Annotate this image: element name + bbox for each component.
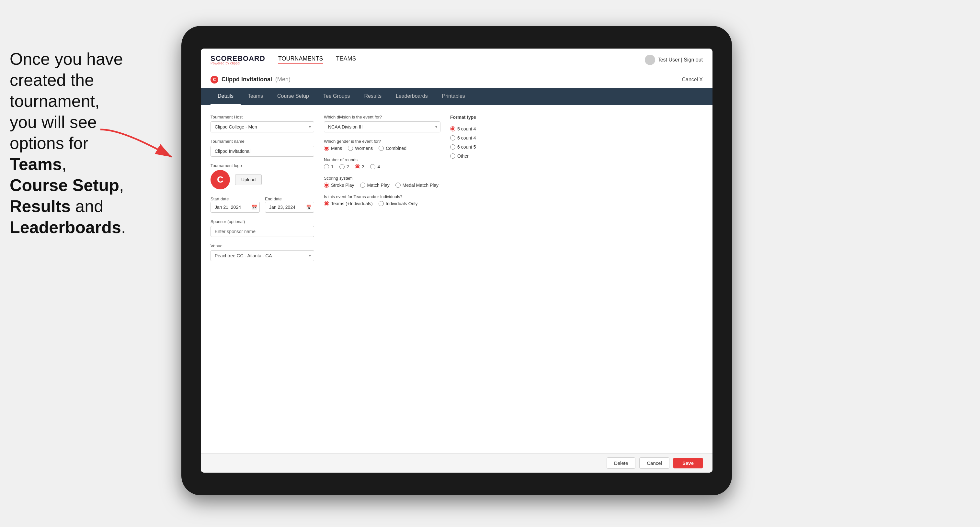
venue-wrapper: Peachtree GC - Atlanta - GA: [210, 250, 314, 261]
scoring-stroke[interactable]: Stroke Play: [324, 183, 354, 188]
end-date-label: End date: [265, 197, 282, 202]
rounds-label: Number of rounds: [324, 157, 441, 162]
gender-label: Which gender is the event for?: [324, 139, 441, 144]
form-columns: Tournament Host Clippd College - Men Tou…: [210, 114, 703, 447]
rounds-4[interactable]: 4: [370, 164, 380, 169]
venue-label: Venue: [210, 243, 314, 248]
scoring-medal-match[interactable]: Medal Match Play: [395, 183, 439, 188]
tablet-device: SCOREBOARD Powered by clippd TOURNAMENTS…: [181, 26, 732, 495]
tournament-logo-label: Tournament logo: [210, 163, 314, 168]
tournament-name-input[interactable]: [210, 146, 314, 157]
tournament-host-field: Tournament Host Clippd College - Men: [210, 114, 314, 132]
sponsor-label: Sponsor (optional): [210, 219, 314, 224]
gender-field: Which gender is the event for? Mens Wome…: [324, 139, 441, 151]
form-col-middle: Which division is the event for? NCAA Di…: [324, 114, 441, 447]
tablet-screen: SCOREBOARD Powered by clippd TOURNAMENTS…: [201, 49, 713, 473]
tab-results[interactable]: Results: [357, 88, 389, 105]
tournament-host-wrapper: Clippd College - Men: [210, 121, 314, 132]
scoring-field: Scoring system Stroke Play Match Play: [324, 176, 441, 188]
format-type-label: Format type: [450, 114, 541, 120]
delete-button[interactable]: Delete: [606, 457, 635, 469]
sponsor-input[interactable]: [210, 226, 314, 237]
gender-radio-group: Mens Womens Combined: [324, 146, 441, 151]
format-6count5[interactable]: 6 count 5: [450, 144, 541, 149]
arrow-indicator: [97, 126, 181, 165]
rounds-field: Number of rounds 1 2: [324, 157, 441, 169]
logo-area: SCOREBOARD Powered by clippd: [210, 54, 265, 65]
tournament-name-field: Tournament name: [210, 139, 314, 157]
tab-leaderboards[interactable]: Leaderboards: [389, 88, 435, 105]
scoring-label: Scoring system: [324, 176, 441, 181]
division-label: Which division is the event for?: [324, 114, 441, 119]
top-nav-links: TOURNAMENTS TEAMS: [278, 56, 356, 64]
teams-individuals-field: Is this event for Teams and/or Individua…: [324, 194, 441, 206]
logo-upload-area: C Upload: [210, 170, 314, 189]
division-wrapper: NCAA Division III: [324, 121, 441, 132]
tournament-host-label: Tournament Host: [210, 114, 314, 119]
user-area: Test User | Sign out: [645, 55, 703, 65]
top-nav: SCOREBOARD Powered by clippd TOURNAMENTS…: [201, 49, 713, 71]
date-row: Start date End date: [210, 196, 314, 213]
nav-tournaments[interactable]: TOURNAMENTS: [278, 56, 323, 64]
tab-bar: Details Teams Course Setup Tee Groups Re…: [201, 88, 713, 105]
user-avatar: [645, 55, 655, 65]
bottom-bar: Delete Cancel Save: [201, 453, 713, 473]
scoring-match[interactable]: Match Play: [360, 183, 390, 188]
venue-field: Venue Peachtree GC - Atlanta - GA: [210, 243, 314, 261]
sponsor-field: Sponsor (optional): [210, 219, 314, 237]
tab-tee-groups[interactable]: Tee Groups: [316, 88, 357, 105]
start-date-field: Start date: [210, 196, 260, 213]
tab-teams[interactable]: Teams: [241, 88, 270, 105]
breadcrumb: C Clippd Invitational (Men): [210, 76, 291, 84]
rounds-radio-group: 1 2 3 4: [324, 164, 441, 169]
teams-individuals-label: Is this event for Teams and/or Individua…: [324, 194, 441, 199]
rounds-1[interactable]: 1: [324, 164, 334, 169]
start-date-wrapper: [210, 202, 260, 213]
end-date-field: End date: [265, 196, 314, 213]
breadcrumb-tag: (Men): [275, 76, 291, 83]
breadcrumb-icon: C: [210, 76, 218, 84]
format-6count4[interactable]: 6 count 4: [450, 135, 541, 140]
breadcrumb-name: Clippd Invitational: [221, 76, 272, 83]
gender-womens[interactable]: Womens: [348, 146, 373, 151]
format-other[interactable]: Other: [450, 154, 541, 159]
tournament-logo-field: Tournament logo C Upload: [210, 163, 314, 189]
tab-course-setup[interactable]: Course Setup: [270, 88, 316, 105]
gender-combined[interactable]: Combined: [379, 146, 406, 151]
nav-teams[interactable]: TEAMS: [336, 56, 356, 64]
save-button[interactable]: Save: [673, 458, 703, 468]
teams-individuals-radio-group: Teams (+Individuals) Individuals Only: [324, 201, 441, 206]
gender-mens[interactable]: Mens: [324, 146, 342, 151]
tab-details[interactable]: Details: [210, 88, 241, 105]
form-col-right: Format type 5 count 4 6 count 4 6 cou: [450, 114, 541, 447]
cancel-x-button[interactable]: Cancel X: [682, 77, 703, 83]
teams-plus-individuals[interactable]: Teams (+Individuals): [324, 201, 373, 206]
format-type-radio-group: 5 count 4 6 count 4 6 count 5 Other: [450, 126, 541, 159]
logo-preview: C: [210, 170, 230, 189]
start-date-input[interactable]: [210, 202, 260, 213]
tournament-name-label: Tournament name: [210, 139, 314, 144]
end-date-input[interactable]: [265, 202, 314, 213]
cancel-button[interactable]: Cancel: [639, 457, 670, 469]
format-5count4[interactable]: 5 count 4: [450, 126, 541, 132]
venue-select[interactable]: Peachtree GC - Atlanta - GA: [210, 250, 314, 261]
rounds-3[interactable]: 3: [355, 164, 365, 169]
start-date-label: Start date: [210, 197, 229, 202]
tournament-host-select[interactable]: Clippd College - Men: [210, 121, 314, 132]
scoring-radio-group: Stroke Play Match Play Medal Match Play: [324, 183, 441, 188]
individuals-only[interactable]: Individuals Only: [379, 201, 418, 206]
division-field: Which division is the event for? NCAA Di…: [324, 114, 441, 132]
user-text[interactable]: Test User | Sign out: [658, 57, 703, 63]
breadcrumb-row: C Clippd Invitational (Men) Cancel X: [201, 71, 713, 88]
rounds-2[interactable]: 2: [339, 164, 349, 169]
upload-button[interactable]: Upload: [235, 174, 262, 185]
form-col-left: Tournament Host Clippd College - Men Tou…: [210, 114, 314, 447]
end-date-wrapper: [265, 202, 314, 213]
top-nav-left: SCOREBOARD Powered by clippd TOURNAMENTS…: [210, 54, 356, 65]
tab-printables[interactable]: Printables: [435, 88, 472, 105]
division-select[interactable]: NCAA Division III: [324, 121, 441, 132]
main-content: Tournament Host Clippd College - Men Tou…: [201, 105, 713, 453]
